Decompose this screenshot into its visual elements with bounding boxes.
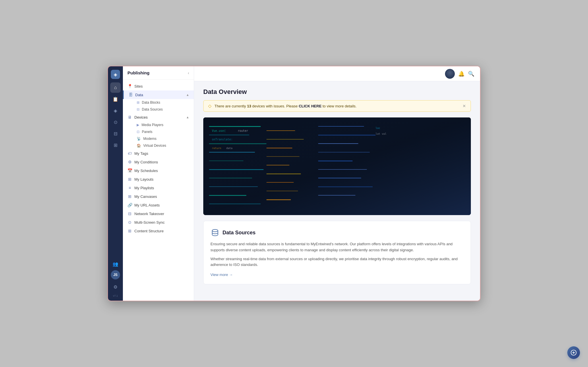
sidebar-item-data-sources[interactable]: ⊟ Data Sources bbox=[123, 106, 194, 113]
sidebar-item-my-canvases[interactable]: ⊞ My Canvases bbox=[123, 192, 194, 201]
sidebar: Publishing ‹ 📍 Sites 🗄 Data ▲ ⊞ Data Blo… bbox=[123, 66, 194, 301]
alert-banner: ◇ There are currently 13 devices with is… bbox=[203, 100, 471, 112]
top-bar-avatar[interactable] bbox=[445, 69, 455, 79]
app-logo[interactable]: ◈ bbox=[111, 70, 120, 79]
rail-item-display[interactable]: ⊟ bbox=[110, 128, 121, 139]
devices-icon: 🖥 bbox=[127, 115, 132, 119]
user-avatar[interactable]: JS bbox=[111, 270, 120, 279]
content-structure-icon: ⊞ bbox=[127, 229, 132, 233]
sidebar-item-sites[interactable]: 📍 Sites bbox=[123, 82, 194, 90]
rail-item-cube[interactable]: ◈ bbox=[110, 105, 121, 116]
my-layouts-icon: ⊞ bbox=[127, 177, 132, 181]
panels-icon: ⊡ bbox=[137, 130, 140, 134]
search-icon[interactable]: 🔍 bbox=[468, 71, 474, 77]
sidebar-item-my-playlists-label: My Playlists bbox=[134, 186, 154, 190]
my-playlists-icon: ≡ bbox=[127, 186, 132, 190]
rail-item-content[interactable]: 📋 bbox=[110, 94, 121, 104]
my-canvases-icon: ⊞ bbox=[127, 194, 132, 199]
sidebar-item-my-layouts[interactable]: ⊞ My Layouts bbox=[123, 175, 194, 184]
sidebar-item-media-players[interactable]: ▶ Media Players bbox=[123, 121, 194, 128]
sidebar-nav: 📍 Sites 🗄 Data ▲ ⊞ Data Blocks ⊟ Data So… bbox=[123, 80, 194, 237]
sidebar-item-panels-label: Panels bbox=[142, 130, 152, 134]
rail-item-users[interactable]: 👥 bbox=[110, 259, 121, 269]
content-area: Data Overview ◇ There are currently 13 d… bbox=[194, 81, 480, 301]
page-title: Data Overview bbox=[203, 88, 471, 96]
collapse-sidebar-button[interactable]: ‹ bbox=[188, 71, 189, 75]
sidebar-item-virtual-devices-label: Virtual Devices bbox=[143, 144, 166, 148]
sidebar-item-panels[interactable]: ⊡ Panels bbox=[123, 128, 194, 135]
sidebar-item-virtual-devices[interactable]: 🏠 Virtual Devices bbox=[123, 142, 194, 149]
sidebar-item-data-sources-label: Data Sources bbox=[142, 107, 163, 111]
app-version: v7.1 bbox=[113, 294, 118, 297]
media-players-icon: ▶ bbox=[137, 123, 139, 127]
sidebar-item-modems[interactable]: 📡 Modems bbox=[123, 135, 194, 142]
alert-close-button[interactable]: ✕ bbox=[463, 104, 466, 108]
sidebar-item-my-conditions-label: My Conditions bbox=[134, 160, 158, 164]
svg-point-37 bbox=[212, 229, 218, 232]
data-sources-card-description1: Ensuring secure and reliable data source… bbox=[210, 241, 464, 253]
sidebar-item-multi-screen-sync[interactable]: ⊙ Multi-Screen Sync bbox=[123, 218, 194, 227]
sidebar-item-devices[interactable]: 🖥 Devices ▲ bbox=[123, 113, 194, 121]
sidebar-item-network-takeover[interactable]: ⊟ Network Takeover bbox=[123, 209, 194, 218]
alert-link[interactable]: CLICK HERE bbox=[299, 104, 321, 108]
rail-item-globe[interactable]: ⊙ bbox=[110, 117, 121, 127]
sidebar-item-my-layouts-label: My Layouts bbox=[134, 177, 153, 181]
sidebar-item-data-label: Data bbox=[135, 93, 143, 97]
settings-icon[interactable]: ⚙ bbox=[110, 282, 121, 292]
view-more-link[interactable]: View more → bbox=[210, 273, 233, 277]
alert-warning-icon: ◇ bbox=[208, 103, 212, 109]
my-conditions-icon: ⚙ bbox=[127, 160, 132, 164]
modems-icon: 📡 bbox=[137, 137, 141, 141]
notifications-icon[interactable]: 🔔 bbox=[458, 71, 465, 77]
data-blocks-icon: ⊞ bbox=[137, 101, 140, 105]
data-chevron-icon: ▲ bbox=[186, 93, 189, 96]
virtual-devices-icon: 🏠 bbox=[137, 144, 141, 148]
sidebar-item-sites-label: Sites bbox=[134, 84, 143, 88]
sidebar-item-my-url-assets-label: My URL Assets bbox=[134, 203, 160, 207]
data-icon: 🗄 bbox=[128, 92, 133, 97]
hero-image: Vue.use( router onTranslate: return data… bbox=[203, 117, 471, 215]
fab-button[interactable] bbox=[567, 346, 580, 359]
sidebar-item-my-tags-label: My Tags bbox=[134, 151, 148, 156]
my-url-assets-icon: 🔗 bbox=[127, 203, 132, 207]
sidebar-item-my-url-assets[interactable]: 🔗 My URL Assets bbox=[123, 201, 194, 209]
my-tags-icon: 🏷 bbox=[127, 151, 132, 156]
sites-icon: 📍 bbox=[127, 84, 132, 88]
sidebar-item-my-conditions[interactable]: ⚙ My Conditions bbox=[123, 158, 194, 166]
sidebar-item-modems-label: Modems bbox=[143, 137, 156, 141]
data-sources-card-description2: Whether streaming real-time data from ex… bbox=[210, 256, 464, 268]
data-sources-card-title: Data Sources bbox=[223, 230, 256, 236]
svg-rect-36 bbox=[203, 117, 471, 215]
rail-item-assets[interactable]: ⊞ bbox=[110, 140, 121, 150]
sidebar-title: Publishing bbox=[127, 70, 150, 75]
data-card-header: Data Sources bbox=[210, 228, 464, 237]
sidebar-item-my-canvases-label: My Canvases bbox=[134, 194, 157, 199]
sidebar-item-data-blocks-label: Data Blocks bbox=[142, 101, 160, 105]
data-sources-card: Data Sources Ensuring secure and reliabl… bbox=[203, 221, 471, 284]
data-sources-card-icon bbox=[210, 228, 220, 237]
sidebar-item-devices-label: Devices bbox=[134, 115, 148, 119]
my-schedules-icon: 📅 bbox=[127, 168, 132, 173]
top-bar: 🔔 🔍 bbox=[194, 66, 480, 81]
data-sources-icon: ⊟ bbox=[137, 107, 140, 111]
sidebar-item-content-structure-label: Content Structure bbox=[134, 229, 164, 233]
rail-item-home[interactable]: ⌂ bbox=[110, 82, 121, 93]
sidebar-item-data[interactable]: 🗄 Data ▲ bbox=[123, 90, 194, 99]
main-content: 🔔 🔍 Data Overview ◇ There are currently … bbox=[194, 66, 480, 301]
sidebar-header: Publishing ‹ bbox=[123, 66, 194, 80]
sidebar-item-data-blocks[interactable]: ⊞ Data Blocks bbox=[123, 99, 194, 106]
sidebar-item-multi-screen-sync-label: Multi-Screen Sync bbox=[134, 220, 165, 225]
multi-screen-sync-icon: ⊙ bbox=[127, 220, 132, 225]
alert-text: There are currently 13 devices with issu… bbox=[214, 104, 460, 108]
sidebar-item-media-players-label: Media Players bbox=[142, 123, 163, 127]
network-takeover-icon: ⊟ bbox=[127, 211, 132, 216]
icon-rail: ◈ ⌂ 📋 ◈ ⊙ ⊟ ⊞ 👥 JS ⚙ v7.1 bbox=[108, 66, 123, 301]
sidebar-item-my-playlists[interactable]: ≡ My Playlists bbox=[123, 184, 194, 192]
sidebar-item-my-tags[interactable]: 🏷 My Tags bbox=[123, 149, 194, 158]
sidebar-item-content-structure[interactable]: ⊞ Content Structure bbox=[123, 227, 194, 235]
devices-chevron-icon: ▲ bbox=[186, 115, 189, 119]
sidebar-item-my-schedules[interactable]: 📅 My Schedules bbox=[123, 166, 194, 175]
sidebar-item-network-takeover-label: Network Takeover bbox=[134, 212, 164, 216]
sidebar-item-my-schedules-label: My Schedules bbox=[134, 169, 158, 173]
